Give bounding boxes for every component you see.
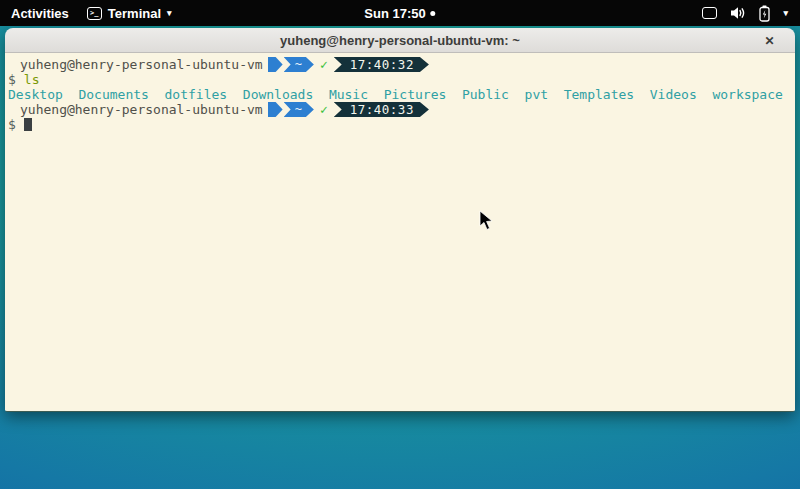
- chevron-down-icon: ▾: [783, 9, 788, 18]
- terminal-icon: >_: [87, 7, 102, 20]
- screen-icon: [702, 7, 717, 19]
- notification-dot-icon: [431, 11, 436, 16]
- prompt-cwd-segment: ~: [284, 102, 314, 117]
- clock-button[interactable]: Sun 17:50: [364, 0, 435, 26]
- prompt-symbol: $: [8, 72, 16, 87]
- terminal-icon-glyph: >_: [90, 10, 98, 17]
- clock-label: Sun 17:50: [364, 6, 425, 21]
- chevron-down-icon: ▾: [167, 9, 172, 18]
- prompt-user-host: yuheng@henry-personal-ubuntu-vm: [20, 57, 263, 72]
- status-check-icon: ✓: [320, 102, 328, 117]
- titlebar[interactable]: yuheng@henry-personal-ubuntu-vm: ~ ✕: [5, 28, 795, 53]
- prompt-symbol: $: [8, 117, 16, 132]
- prompt-cwd-segment: ~: [284, 57, 314, 72]
- top-bar: Activities >_ Terminal ▾ Sun 17:50 ▾: [0, 0, 800, 26]
- prompt-time-badge: 17:40:32: [334, 57, 429, 72]
- close-button[interactable]: ✕: [761, 32, 778, 49]
- text-cursor: [24, 118, 32, 131]
- top-bar-left: Activities >_ Terminal ▾: [0, 6, 172, 21]
- app-menu-label: Terminal: [108, 6, 161, 21]
- command-line-current[interactable]: $: [8, 117, 792, 132]
- terminal-window: yuheng@henry-personal-ubuntu-vm: ~ ✕ yuh…: [5, 28, 795, 412]
- powerline-arrow-icon: [268, 102, 283, 117]
- battery-charging-icon: [759, 5, 770, 22]
- command-line: $ls: [8, 72, 792, 87]
- volume-icon: [730, 6, 746, 20]
- activities-button[interactable]: Activities: [11, 6, 69, 21]
- mouse-cursor-icon: [479, 210, 495, 232]
- app-menu-button[interactable]: >_ Terminal ▾: [87, 6, 172, 21]
- system-tray-button[interactable]: ▾: [702, 0, 800, 26]
- window-title: yuheng@henry-personal-ubuntu-vm: ~: [280, 33, 520, 48]
- prompt-user-host: yuheng@henry-personal-ubuntu-vm: [20, 102, 263, 117]
- prompt-time-badge: 17:40:33: [334, 102, 429, 117]
- prompt-line: yuheng@henry-personal-ubuntu-vm ~ ✓ 17:4…: [8, 57, 792, 72]
- status-check-icon: ✓: [320, 57, 328, 72]
- prompt-line: yuheng@henry-personal-ubuntu-vm ~ ✓ 17:4…: [8, 102, 792, 117]
- powerline-arrow-icon: [268, 57, 283, 72]
- command-text: ls: [24, 72, 40, 87]
- terminal-content[interactable]: yuheng@henry-personal-ubuntu-vm ~ ✓ 17:4…: [5, 53, 795, 411]
- ls-output-line: Desktop Documents dotfiles Downloads Mus…: [8, 87, 792, 102]
